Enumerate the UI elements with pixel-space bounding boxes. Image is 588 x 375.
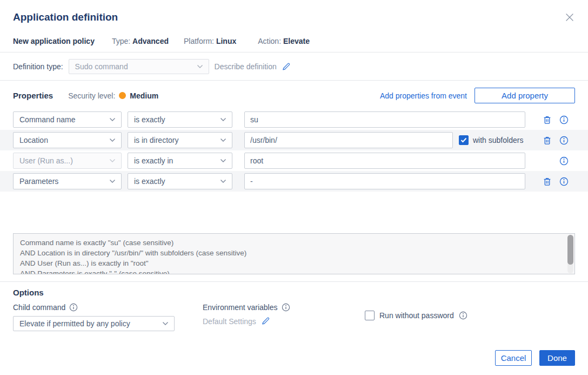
page-title: Application definition bbox=[13, 11, 118, 24]
chevron-down-icon bbox=[162, 321, 169, 326]
chevron-down-icon bbox=[220, 117, 226, 122]
security-level-value: Medium bbox=[130, 91, 158, 100]
info-icon[interactable] bbox=[282, 303, 290, 312]
info-icon[interactable] bbox=[459, 311, 467, 320]
chevron-down-icon bbox=[109, 138, 116, 142]
value-input[interactable] bbox=[244, 153, 525, 169]
operator-select[interactable]: is in directory bbox=[128, 132, 232, 148]
scrollbar-track[interactable] bbox=[567, 235, 573, 273]
info-icon[interactable] bbox=[559, 136, 569, 145]
run-without-password-row: Run without password bbox=[365, 311, 467, 320]
info-icon[interactable] bbox=[559, 156, 569, 166]
add-properties-from-event-link[interactable]: Add properties from event bbox=[380, 91, 467, 100]
chevron-down-icon bbox=[220, 179, 226, 183]
chevron-down-icon bbox=[220, 138, 226, 142]
info-icon[interactable] bbox=[69, 303, 78, 312]
security-level-dot bbox=[119, 92, 126, 99]
property-select-value: Command name bbox=[19, 115, 76, 124]
property-select: User (Run as...) bbox=[13, 153, 122, 169]
platform-label: Platform: bbox=[184, 37, 214, 45]
environment-variables-label: Environment variables bbox=[203, 303, 278, 312]
property-row-parameters: Parameters is exactly bbox=[0, 171, 588, 192]
operator-select[interactable]: is exactly in bbox=[128, 153, 232, 169]
definition-type-value: Sudo command bbox=[75, 62, 128, 71]
property-select[interactable]: Command name bbox=[13, 111, 122, 128]
info-icon[interactable] bbox=[559, 115, 569, 124]
properties-header: Properties Security level: Medium Add pr… bbox=[0, 88, 588, 103]
child-command-label: Child command bbox=[13, 303, 65, 312]
property-select[interactable]: Parameters bbox=[13, 173, 122, 189]
chevron-down-icon bbox=[220, 159, 226, 163]
dialog-footer: Cancel Done bbox=[495, 350, 575, 366]
definition-summary-text: Command name is exactly "su" (case sensi… bbox=[14, 234, 574, 274]
options-section: Options Child command Elevate if permitt… bbox=[0, 288, 588, 331]
value-input[interactable] bbox=[244, 173, 525, 189]
chevron-down-icon bbox=[109, 179, 116, 183]
platform-value: Linux bbox=[216, 37, 236, 45]
default-settings-label: Default Settings bbox=[203, 317, 256, 326]
environment-variables-label-row: Environment variables bbox=[203, 303, 365, 312]
child-command-select[interactable]: Elevate if permitted by any policy bbox=[13, 316, 175, 331]
definition-type-label: Definition type: bbox=[13, 62, 63, 71]
delete-trash-icon[interactable] bbox=[543, 177, 552, 186]
value-input[interactable] bbox=[244, 132, 453, 148]
type-label: Type: bbox=[112, 37, 130, 45]
property-row-command-name: Command name is exactly bbox=[0, 109, 588, 130]
property-rows: Command name is exactly Location is in d… bbox=[0, 109, 588, 192]
value-input[interactable] bbox=[244, 111, 525, 128]
policy-type: Type: Advanced bbox=[112, 37, 169, 45]
delete-trash-icon[interactable] bbox=[543, 115, 552, 124]
close-icon[interactable] bbox=[564, 12, 575, 23]
summary-line: Command name is exactly "su" (case sensi… bbox=[20, 238, 562, 248]
operator-select-value: is exactly bbox=[134, 115, 165, 124]
operator-select-value: is exactly in bbox=[134, 156, 173, 165]
with-subfolders-label: with subfolders bbox=[473, 136, 523, 144]
policy-summary-bar: New application policy Type: Advanced Pl… bbox=[0, 37, 588, 52]
describe-definition-label: Describe definition bbox=[215, 62, 277, 71]
summary-line: AND Parameters is exactly "-" (case sens… bbox=[20, 268, 562, 274]
child-command-label-row: Child command bbox=[13, 303, 203, 312]
summary-line: AND User (Run as...) is exactly in "root… bbox=[20, 258, 562, 268]
property-select-value: User (Run as...) bbox=[19, 156, 73, 165]
info-icon[interactable] bbox=[559, 177, 569, 186]
run-without-password-label: Run without password bbox=[379, 311, 454, 320]
definition-type-row: Definition type: Sudo command Describe d… bbox=[0, 59, 588, 81]
type-value: Advanced bbox=[132, 37, 169, 45]
property-select[interactable]: Location bbox=[13, 132, 122, 148]
operator-select-value: is exactly bbox=[134, 177, 165, 186]
describe-definition: Describe definition bbox=[215, 62, 291, 71]
edit-pencil-icon[interactable] bbox=[282, 62, 291, 71]
action-value: Elevate bbox=[283, 37, 310, 45]
with-subfolders-checkbox[interactable] bbox=[459, 135, 469, 145]
policy-name: New application policy bbox=[13, 37, 95, 45]
add-property-button[interactable]: Add property bbox=[475, 88, 575, 103]
run-without-password-checkbox[interactable] bbox=[365, 311, 375, 320]
edit-pencil-icon[interactable] bbox=[261, 317, 270, 326]
delete-trash-icon[interactable] bbox=[543, 136, 552, 145]
options-divider bbox=[0, 281, 588, 282]
cancel-button[interactable]: Cancel bbox=[495, 350, 532, 366]
policy-action: Action: Elevate bbox=[258, 37, 310, 45]
operator-select[interactable]: is exactly bbox=[128, 111, 232, 128]
property-select-value: Parameters bbox=[19, 177, 58, 186]
operator-select-value: is in directory bbox=[134, 136, 178, 144]
operator-select[interactable]: is exactly bbox=[128, 173, 232, 189]
property-row-user-run-as: User (Run as...) is exactly in bbox=[0, 150, 588, 171]
child-command-value: Elevate if permitted by any policy bbox=[19, 319, 130, 328]
security-level-label: Security level: bbox=[68, 91, 115, 100]
definition-type-select[interactable]: Sudo command bbox=[69, 59, 209, 74]
property-select-value: Location bbox=[19, 136, 48, 144]
done-button[interactable]: Done bbox=[539, 350, 575, 366]
chevron-down-icon bbox=[197, 64, 203, 69]
property-row-location: Location is in directory with subfolders bbox=[0, 130, 588, 150]
chevron-down-icon bbox=[109, 117, 116, 122]
scrollbar-thumb[interactable] bbox=[567, 235, 573, 265]
policy-platform: Platform: Linux bbox=[184, 37, 236, 45]
properties-heading: Properties bbox=[13, 91, 53, 100]
action-label: Action: bbox=[258, 37, 281, 45]
dialog-header: Application definition bbox=[0, 0, 588, 24]
chevron-down-icon bbox=[109, 159, 116, 163]
options-heading: Options bbox=[13, 288, 575, 297]
summary-line: AND Location is in directory "/usr/bin/"… bbox=[20, 248, 562, 258]
environment-variables-value-row: Default Settings bbox=[203, 317, 365, 326]
